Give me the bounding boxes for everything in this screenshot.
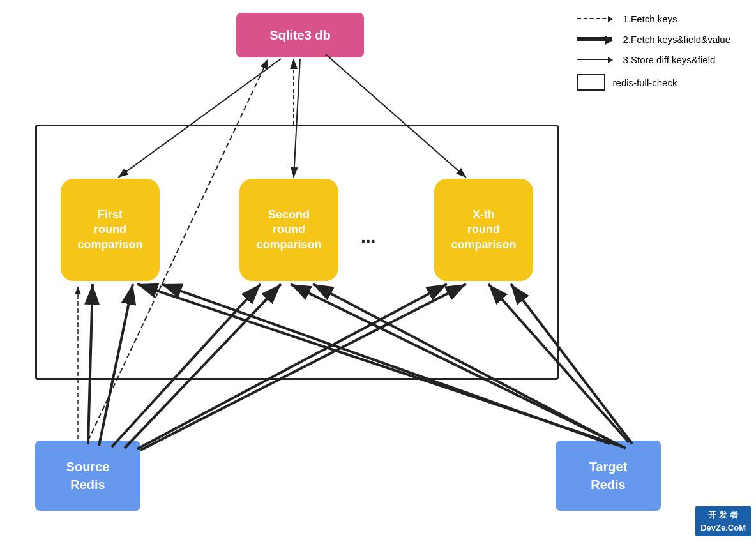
legend-item-2: 2.Fetch keys&field&value	[577, 33, 730, 45]
target-redis-box: TargetRedis	[556, 441, 661, 511]
first-round-label: Firstroundcomparison	[77, 208, 142, 252]
legend-dashed-arrow	[577, 13, 616, 24]
source-redis-box: SourceRedis	[35, 441, 140, 511]
legend-item-3: 3.Store diff keys&field	[577, 54, 730, 65]
diagram-container: Sqlite3 db Firstroundcomparison Secondro…	[0, 0, 756, 544]
sqlite-label: Sqlite3 db	[269, 28, 331, 43]
legend-solid-arrow	[577, 54, 616, 65]
watermark-line2: DevZe.CoM	[700, 522, 746, 534]
legend-text-2: 2.Fetch keys&field&value	[623, 34, 730, 45]
legend-text-3: 3.Store diff keys&field	[623, 54, 716, 65]
legend-text-1: 1.Fetch keys	[623, 13, 677, 24]
legend: 1.Fetch keys 2.Fetch keys&field&value 3.…	[577, 13, 730, 91]
second-round-label: Secondroundcomparison	[256, 208, 321, 252]
legend-item-4: redis-full-check	[577, 74, 730, 91]
watermark-line1: 开 发 者	[700, 509, 746, 522]
watermark: 开 发 者 DevZe.CoM	[695, 506, 751, 536]
xth-round-label: X-throundcomparison	[451, 208, 516, 252]
ellipsis: ...	[361, 227, 375, 247]
legend-item-1: 1.Fetch keys	[577, 13, 730, 24]
xth-round-box: X-throundcomparison	[434, 179, 533, 281]
first-round-box: Firstroundcomparison	[61, 179, 160, 281]
source-redis-label: SourceRedis	[66, 458, 110, 494]
legend-thick-arrow	[577, 33, 616, 45]
legend-box-icon	[577, 74, 605, 91]
second-round-box: Secondroundcomparison	[239, 179, 338, 281]
legend-text-4: redis-full-check	[613, 77, 677, 88]
sqlite-box: Sqlite3 db	[236, 13, 364, 57]
target-redis-label: TargetRedis	[589, 458, 628, 494]
